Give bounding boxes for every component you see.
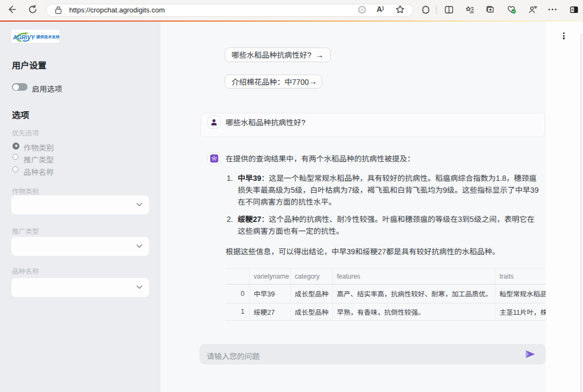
svg-text:AGRiVY: AGRiVY <box>12 34 35 40</box>
svg-text:提供技术支持: 提供技术支持 <box>36 35 59 39</box>
